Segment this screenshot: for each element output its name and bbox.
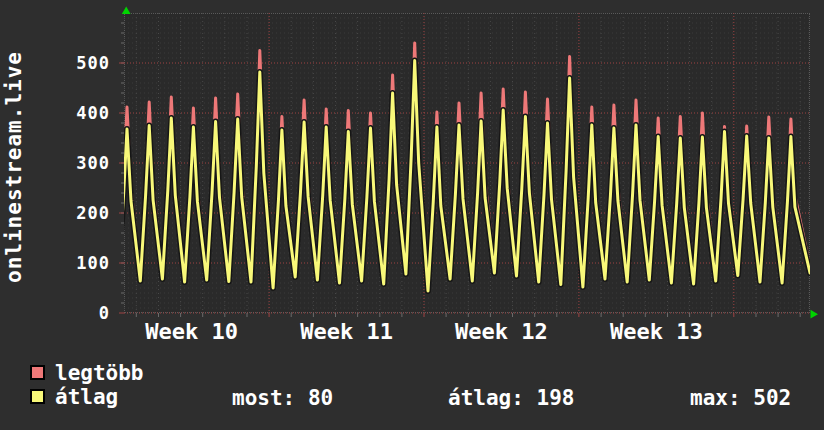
legend-swatch-legtobb	[30, 365, 45, 380]
stat-max-value: 502	[753, 386, 791, 410]
rrd-graph: onlinestream.live 0100200300400500 Week …	[0, 0, 824, 430]
y-axis-tick-label: 200	[56, 203, 110, 223]
y-axis-tick-label: 300	[56, 153, 110, 173]
stat-most-label: most:	[232, 386, 295, 410]
stat-most-value: 80	[308, 386, 333, 410]
y-axis-tick-label: 400	[56, 103, 110, 123]
time-series-chart	[118, 5, 818, 325]
stat-atlag: átlag: 198	[448, 386, 574, 410]
x-axis-tick-label: Week 10	[107, 319, 277, 344]
x-axis-tick-label: Week 12	[416, 319, 586, 344]
x-axis-tick-label: Week 11	[262, 319, 432, 344]
stat-atlag-value: 198	[537, 386, 575, 410]
vertical-watermark-label: onlinestream.live	[2, 42, 26, 292]
x-axis-tick-label: Week 13	[571, 319, 741, 344]
y-axis-tick-label: 100	[56, 253, 110, 273]
stat-max-label: max:	[690, 386, 741, 410]
stat-max: max: 502	[690, 386, 791, 410]
y-axis-tick-label: 500	[56, 53, 110, 73]
stat-atlag-label: átlag:	[448, 386, 524, 410]
stat-most: most: 80	[232, 386, 333, 410]
y-axis-tick-label: 0	[56, 303, 110, 323]
legend-label-legtobb: legtöbb	[55, 361, 144, 385]
legend-label-atlag: átlag	[55, 385, 118, 409]
legend-swatch-atlag	[30, 389, 45, 404]
